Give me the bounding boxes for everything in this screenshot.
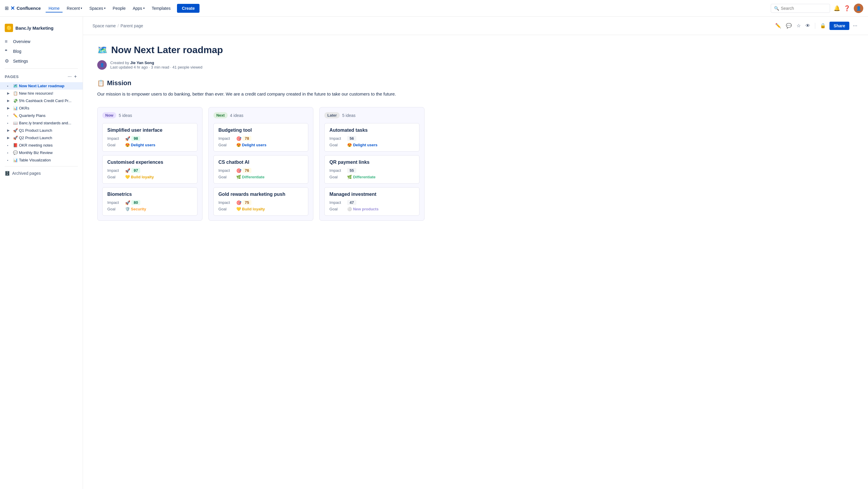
sidebar-item-settings[interactable]: ⚙ Settings: [0, 56, 83, 66]
sidebar-item-archived[interactable]: 🗄️ Archived pages: [0, 169, 83, 178]
card-now-1[interactable]: Customised experiencesImpact🚀97Goal💛 Bui…: [102, 155, 197, 184]
impact-value: 47: [347, 200, 356, 205]
comment-button[interactable]: 💬: [785, 22, 793, 30]
lock-button[interactable]: 🔒: [819, 22, 827, 30]
nav-recent[interactable]: Recent: [64, 4, 85, 12]
user-avatar[interactable]: 👤: [854, 4, 863, 13]
sidebar-item-label: Settings: [13, 59, 78, 63]
impact-value: 56: [347, 136, 356, 141]
nav-apps[interactable]: Apps: [130, 4, 148, 12]
card-next-1[interactable]: CS chatbot AIImpact🎯76Goal🌿 Differentiat…: [213, 155, 309, 184]
sidebar-space-header[interactable]: 🟡 Banc.ly Marketing: [0, 21, 83, 37]
page-item-brand[interactable]: • 📖 Banc.ly brand standards and...: [0, 119, 83, 127]
blog-icon: ❝: [5, 48, 11, 54]
sidebar-item-overview[interactable]: ≡ Overview: [0, 37, 83, 46]
topnav: ⊞ ✕ Confluence Home Recent Spaces People…: [0, 0, 868, 17]
card-now-0[interactable]: Simplified user interfaceImpact🚀98Goal😍 …: [102, 123, 197, 152]
impact-label: Impact: [107, 136, 123, 141]
card-later-0[interactable]: Automated tasksImpact56Goal😍 Delight use…: [324, 123, 420, 152]
impact-badge: 55: [347, 168, 356, 173]
impact-badge: 80: [131, 200, 140, 205]
goal-label: Goal: [329, 143, 345, 147]
impact-value: 🎯75: [236, 200, 251, 205]
card-title: CS chatbot AI: [218, 160, 304, 165]
archived-label: Archived pages: [12, 171, 41, 176]
nav-spaces[interactable]: Spaces: [86, 4, 108, 12]
page-item-q1[interactable]: ▶ 🚀 Q1 Product Launch: [0, 127, 83, 134]
author-created: Created by Jie Yan Song: [110, 60, 203, 65]
card-goal-row: Goal😍 Delight users: [218, 143, 304, 147]
grid-icon[interactable]: ⊞: [5, 5, 9, 11]
expand-icon: ▶: [7, 128, 12, 132]
impact-label: Impact: [329, 200, 345, 205]
nav-home[interactable]: Home: [45, 4, 63, 12]
sidebar-item-blog[interactable]: ❝ Blog +: [0, 46, 83, 56]
card-later-1[interactable]: QR payment linksImpact55Goal🌿 Differenti…: [324, 155, 420, 184]
page-item-biz-review[interactable]: • 💬 Monthly Biz Review: [0, 149, 83, 156]
pages-more-button[interactable]: ···: [66, 73, 73, 80]
nav-templates[interactable]: Templates: [149, 4, 174, 12]
help-icon[interactable]: ❓: [844, 5, 850, 11]
main-layout: 🟡 Banc.ly Marketing ≡ Overview ❝ Blog + …: [0, 17, 868, 489]
card-impact-row: Impact🚀80: [107, 200, 192, 205]
card-goal-row: Goal😍 Delight users: [107, 143, 192, 147]
create-button[interactable]: Create: [177, 4, 199, 13]
page-content-area: 🗺️ Now Next Later roadmap 👤 Created by J…: [83, 35, 439, 230]
sidebar: 🟡 Banc.ly Marketing ≡ Overview ❝ Blog + …: [0, 17, 83, 489]
search-box[interactable]: 🔍: [771, 4, 830, 13]
column-count-next: 4 ideas: [230, 113, 243, 118]
share-button[interactable]: Share: [830, 22, 849, 30]
edit-button[interactable]: ✏️: [774, 22, 782, 30]
confluence-logo-text[interactable]: Confluence: [17, 6, 41, 11]
page-label: Q2 Product Launch: [19, 136, 78, 140]
page-meta: Last updated 4 hr ago · 3 min read · 41 …: [110, 65, 203, 69]
page-actions: ✏️ 💬 ☆ 👁 🔒 Share ···: [774, 21, 859, 30]
nav-people[interactable]: People: [110, 4, 129, 12]
page-item-table-viz[interactable]: • 📊 Table Visualization: [0, 156, 83, 164]
logo-area: ⊞ ✕ Confluence: [5, 5, 41, 11]
impact-emoji: 🎯: [236, 168, 241, 173]
page-title: 🗺️ Now Next Later roadmap: [97, 45, 425, 56]
card-next-2[interactable]: Gold rewards marketing pushImpact🎯75Goal…: [213, 187, 309, 216]
page-label: Monthly Biz Review: [19, 150, 78, 155]
star-button[interactable]: ☆: [795, 22, 802, 30]
page-item-cashback[interactable]: ▶ 💸 5% Cashback Credit Card Pr...: [0, 97, 83, 105]
goal-tag: 💛 Build loyalty: [236, 207, 265, 211]
breadcrumb-parent[interactable]: Parent page: [121, 24, 143, 28]
pages-header: Pages ··· +: [0, 71, 83, 82]
card-impact-row: Impact🎯78: [218, 136, 304, 141]
page-item-okrs[interactable]: ▶ 📊 OKRs: [0, 105, 83, 112]
card-impact-row: Impact56: [329, 136, 414, 141]
author-row: 👤 Created by Jie Yan Song Last updated 4…: [97, 60, 425, 70]
more-options-button[interactable]: ···: [852, 21, 859, 30]
card-next-0[interactable]: Budgeting toolImpact🎯78Goal😍 Delight use…: [213, 123, 309, 152]
card-later-2[interactable]: Managed investmentImpact47Goal⚪ New prod…: [324, 187, 420, 216]
archived-icon: 🗄️: [5, 171, 10, 176]
main-content: Space name / Parent page ✏️ 💬 ☆ 👁 🔒 Shar…: [83, 17, 868, 489]
page-item-q2[interactable]: ▶ 🚀 Q2 Product Launch: [0, 134, 83, 142]
impact-label: Impact: [218, 168, 234, 173]
impact-label: Impact: [218, 136, 234, 141]
pages-add-button[interactable]: +: [73, 73, 78, 80]
card-title: Gold rewards marketing push: [218, 192, 304, 197]
impact-label: Impact: [218, 200, 234, 205]
page-item-quarterly[interactable]: • ✏️ Quarterly Plans: [0, 112, 83, 119]
card-goal-row: Goal💛 Build loyalty: [218, 207, 304, 211]
title-emoji: 🗺️: [97, 45, 107, 55]
watch-button[interactable]: 👁: [804, 22, 811, 30]
page-item-okr-meeting[interactable]: • 📕 OKR meeting notes: [0, 142, 83, 149]
card-now-2[interactable]: BiometricsImpact🚀80Goal🛡️ Security: [102, 187, 197, 216]
page-item-new-hire[interactable]: ▶ 📋 New hire resources!: [0, 90, 83, 97]
card-goal-row: Goal💛 Build loyalty: [107, 175, 192, 179]
goal-label: Goal: [218, 207, 234, 211]
roadmap-column-later: Later5 ideasAutomated tasksImpact56Goal😍…: [319, 107, 425, 221]
search-input[interactable]: [781, 6, 827, 11]
goal-tag: ⚪ New products: [347, 207, 378, 211]
page-item-roadmap[interactable]: • 🗺️ Now Next Later roadmap: [0, 82, 83, 90]
notifications-icon[interactable]: 🔔: [834, 5, 840, 11]
space-icon: 🟡: [5, 24, 13, 32]
pages-label: Pages: [5, 75, 19, 79]
space-name: Banc.ly Marketing: [16, 26, 53, 31]
breadcrumb-space[interactable]: Space name: [92, 24, 116, 28]
expand-icon: •: [7, 114, 12, 117]
